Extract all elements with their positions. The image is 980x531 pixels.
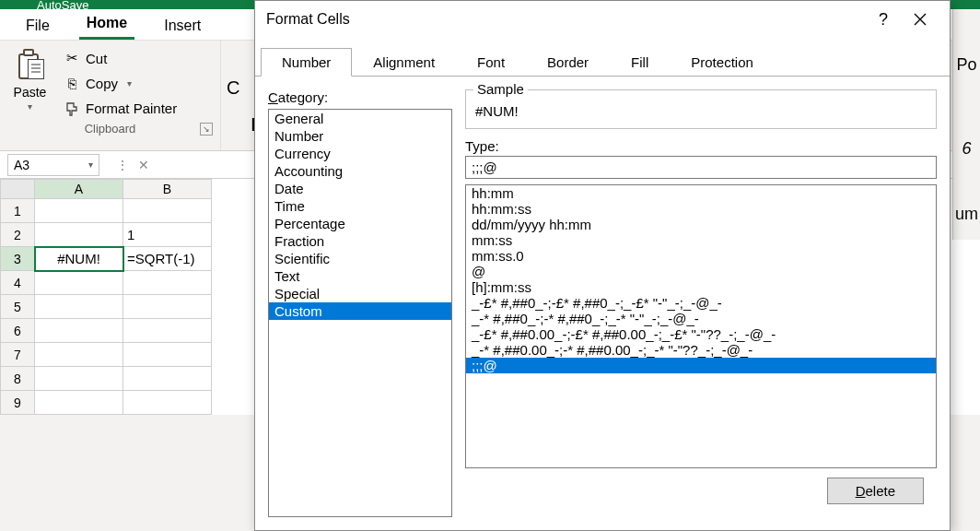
paste-button[interactable]: Paste ▾	[0, 44, 60, 118]
category-item[interactable]: Date	[269, 180, 451, 197]
cell[interactable]	[35, 367, 123, 391]
copy-icon: ⎘	[64, 76, 80, 91]
row-header[interactable]: 9	[0, 391, 35, 415]
copy-label: Copy	[86, 76, 118, 91]
cell[interactable]	[123, 271, 212, 295]
paste-icon	[15, 48, 46, 81]
dialog-tab-alignment[interactable]: Alignment	[352, 48, 456, 77]
dialog-tabs: NumberAlignmentFontBorderFillProtection	[255, 38, 950, 77]
category-item[interactable]: Currency	[269, 145, 451, 162]
dialog-tab-border[interactable]: Border	[526, 48, 610, 77]
help-button[interactable]: ?	[865, 5, 902, 34]
column-header[interactable]: B	[123, 179, 212, 199]
sample-value: #NUM!	[475, 98, 927, 119]
category-item[interactable]: Scientific	[269, 250, 451, 267]
type-label: Type:	[465, 138, 937, 154]
category-item[interactable]: Special	[269, 285, 451, 302]
format-item[interactable]: hh:mm:ss	[466, 201, 936, 217]
clipboard-group-label: Clipboard ↘	[0, 118, 220, 139]
cell[interactable]	[35, 271, 123, 295]
close-button[interactable]	[902, 5, 939, 34]
tab-home[interactable]: Home	[79, 9, 134, 40]
format-item[interactable]: mm:ss.0	[466, 248, 936, 264]
chevron-down-icon[interactable]: ▾	[88, 159, 93, 170]
cell[interactable]	[35, 295, 123, 319]
name-box-value: A3	[14, 158, 29, 172]
dialog-tab-protection[interactable]: Protection	[670, 48, 775, 77]
category-item[interactable]: Custom	[269, 302, 451, 320]
row-header[interactable]: 4	[0, 271, 35, 295]
cell[interactable]	[123, 367, 212, 391]
chevron-down-icon[interactable]: ▾	[127, 78, 132, 88]
paste-label: Paste	[14, 85, 47, 100]
tab-insert[interactable]: Insert	[157, 12, 208, 40]
cell[interactable]	[35, 343, 123, 367]
category-item[interactable]: Accounting	[269, 162, 451, 180]
row-header[interactable]: 1	[0, 199, 35, 223]
cell[interactable]	[35, 319, 123, 343]
row-header[interactable]: 6	[0, 319, 35, 343]
format-item[interactable]: mm:ss	[466, 232, 936, 248]
format-list[interactable]: hh:mmhh:mm:ssdd/mm/yyyy hh:mmmm:ssmm:ss.…	[465, 184, 937, 468]
format-item[interactable]: @	[466, 264, 936, 279]
cell[interactable]	[123, 199, 212, 223]
cell[interactable]	[35, 199, 123, 223]
category-item[interactable]: General	[269, 110, 451, 127]
category-item[interactable]: Time	[269, 197, 451, 215]
cell[interactable]: 1	[123, 223, 212, 247]
tab-file[interactable]: File	[18, 12, 57, 40]
copy-button[interactable]: ⎘ Copy ▾	[60, 74, 220, 93]
cell[interactable]	[35, 391, 123, 415]
select-all-corner[interactable]	[0, 179, 35, 199]
scissors-icon: ✂	[64, 50, 80, 66]
format-item[interactable]: ;;;@	[466, 358, 936, 373]
format-item[interactable]: _-* #,##0_-;-* #,##0_-;_-* "-"_-;_-@_-	[466, 311, 936, 326]
column-header[interactable]: A	[35, 179, 123, 199]
cell[interactable]	[123, 295, 212, 319]
format-item[interactable]: _-£* #,##0.00_-;-£* #,##0.00_-;_-£* "-"?…	[466, 326, 936, 342]
format-painter-button[interactable]: Format Painter	[60, 99, 220, 118]
cell[interactable]: #NUM!	[35, 247, 123, 271]
format-item[interactable]: _-* #,##0.00_-;-* #,##0.00_-;_-* "-"??_-…	[466, 342, 936, 358]
category-item[interactable]: Number	[269, 127, 451, 145]
dialog-tab-fill[interactable]: Fill	[610, 48, 670, 77]
name-box[interactable]: A3 ▾	[7, 154, 99, 176]
category-item[interactable]: Fraction	[269, 232, 451, 250]
format-item[interactable]: hh:mm	[466, 185, 936, 201]
delete-button[interactable]: Delete	[827, 478, 924, 504]
clipboard-dialog-launcher[interactable]: ↘	[200, 123, 213, 136]
dialog-title: Format Cells	[266, 11, 350, 28]
dialog-tab-number[interactable]: Number	[261, 48, 352, 77]
right-cutoff-panel: Po 6 um	[952, 9, 980, 240]
category-item[interactable]: Percentage	[269, 215, 451, 232]
fx-colon-icon[interactable]: ⋮	[116, 158, 129, 172]
format-painter-label: Format Painter	[86, 100, 177, 116]
cancel-icon[interactable]: ✕	[138, 158, 149, 172]
format-item[interactable]: dd/mm/yyyy hh:mm	[466, 217, 936, 232]
category-item[interactable]: Text	[269, 267, 451, 285]
row-header[interactable]: 7	[0, 343, 35, 367]
autosave-label: AutoSave	[37, 0, 88, 9]
clipboard-group: Paste ▾ ✂ Cut ⎘ Copy ▾	[0, 41, 221, 150]
row-header[interactable]: 8	[0, 367, 35, 391]
format-item[interactable]: [h]:mm:ss	[466, 279, 936, 295]
type-input[interactable]	[465, 156, 937, 179]
category-list[interactable]: GeneralNumberCurrencyAccountingDateTimeP…	[268, 109, 452, 517]
dialog-tab-font[interactable]: Font	[456, 48, 526, 77]
cell[interactable]	[35, 223, 123, 247]
row-header[interactable]: 2	[0, 223, 35, 247]
row-header[interactable]: 5	[0, 295, 35, 319]
cut-button[interactable]: ✂ Cut	[60, 48, 220, 68]
sample-label: Sample	[473, 81, 528, 97]
dialog-title-bar[interactable]: Format Cells ?	[255, 1, 950, 38]
format-cells-dialog: Format Cells ? NumberAlignmentFontBorder…	[254, 0, 951, 531]
close-icon	[914, 13, 927, 26]
chevron-down-icon[interactable]: ▾	[28, 101, 32, 112]
category-label: Category:	[268, 89, 452, 105]
cell[interactable]: =SQRT(-1)	[123, 247, 212, 271]
cell[interactable]	[123, 319, 212, 343]
cell[interactable]	[123, 343, 212, 367]
cell[interactable]	[123, 391, 212, 415]
format-item[interactable]: _-£* #,##0_-;-£* #,##0_-;_-£* "-"_-;_-@_…	[466, 295, 936, 311]
row-header[interactable]: 3	[0, 247, 35, 271]
